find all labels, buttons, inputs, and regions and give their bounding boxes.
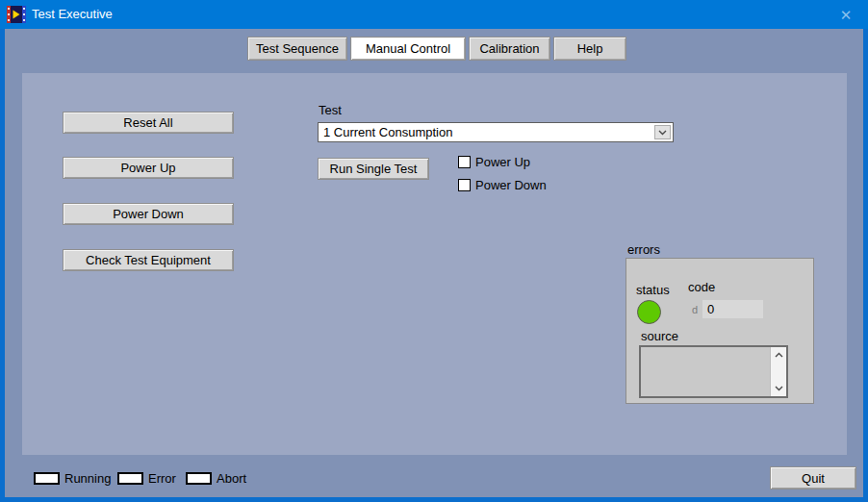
- source-scrollbar[interactable]: [770, 347, 786, 396]
- error-indicator: [117, 472, 143, 485]
- power-up-checkbox[interactable]: [458, 156, 471, 168]
- abort-indicator-label: Abort: [217, 471, 246, 486]
- status-label: status: [636, 283, 670, 297]
- test-executive-window: Test Executive ✕ Test Sequence Manual Co…: [0, 0, 868, 502]
- chevron-down-icon: [775, 386, 783, 391]
- errors-group-box: status code d 0 source: [625, 258, 814, 404]
- chevron-up-icon: [775, 352, 783, 358]
- scroll-up-button[interactable]: [771, 348, 786, 362]
- test-combobox-value: 1 Current Consumption: [323, 125, 452, 139]
- check-test-equipment-button[interactable]: Check Test Equipment: [63, 249, 234, 271]
- power-up-button-label: Power Up: [120, 161, 175, 175]
- titlebar[interactable]: Test Executive ✕: [0, 0, 868, 29]
- close-button[interactable]: ✕: [824, 0, 868, 29]
- code-value: 0: [707, 302, 714, 316]
- tab-help-label: Help: [577, 41, 603, 56]
- reset-all-button-label: Reset All: [123, 115, 172, 130]
- power-down-checkbox-label: Power Down: [475, 178, 547, 192]
- running-indicator: [34, 472, 60, 485]
- check-test-equipment-button-label: Check Test Equipment: [86, 253, 211, 267]
- window-title: Test Executive: [32, 7, 113, 21]
- power-up-checkbox-label: Power Up: [475, 155, 530, 169]
- quit-button[interactable]: Quit: [770, 466, 856, 489]
- chevron-down-icon: [658, 130, 667, 136]
- reset-all-button[interactable]: Reset All: [63, 112, 234, 134]
- source-label: source: [641, 329, 678, 343]
- code-label: code: [688, 280, 715, 294]
- error-indicator-label: Error: [148, 471, 176, 486]
- test-combobox-dropdown-button[interactable]: [654, 125, 671, 139]
- window-border-left: [0, 29, 5, 502]
- code-radix: d: [692, 304, 698, 315]
- code-value-field: 0: [702, 300, 763, 318]
- run-single-test-button-label: Run Single Test: [330, 162, 418, 176]
- tab-manual-control[interactable]: Manual Control: [350, 37, 466, 61]
- status-led: [637, 300, 661, 324]
- errors-group-label: errors: [627, 242, 660, 257]
- quit-button-label: Quit: [802, 471, 825, 486]
- tab-calibration-label: Calibration: [479, 41, 539, 56]
- abort-indicator: [186, 472, 212, 485]
- power-up-button[interactable]: Power Up: [63, 157, 234, 179]
- power-down-checkbox[interactable]: [458, 179, 471, 191]
- tab-manual-control-label: Manual Control: [366, 41, 450, 56]
- run-single-test-button[interactable]: Run Single Test: [318, 158, 429, 180]
- power-down-button-label: Power Down: [113, 207, 184, 221]
- window-border-right: [863, 29, 868, 502]
- tab-test-sequence-label: Test Sequence: [256, 41, 339, 56]
- test-label: Test: [319, 103, 342, 117]
- window-border-bottom: [0, 497, 868, 502]
- labview-app-icon[interactable]: [7, 5, 26, 24]
- power-down-button[interactable]: Power Down: [63, 203, 234, 225]
- tab-test-sequence[interactable]: Test Sequence: [247, 37, 347, 61]
- close-icon: ✕: [840, 8, 853, 22]
- test-combobox[interactable]: 1 Current Consumption: [318, 122, 674, 142]
- running-indicator-label: Running: [64, 471, 111, 486]
- source-textarea: [639, 345, 788, 398]
- tab-calibration[interactable]: Calibration: [469, 37, 550, 61]
- tab-help[interactable]: Help: [553, 37, 626, 61]
- scroll-down-button[interactable]: [771, 382, 786, 395]
